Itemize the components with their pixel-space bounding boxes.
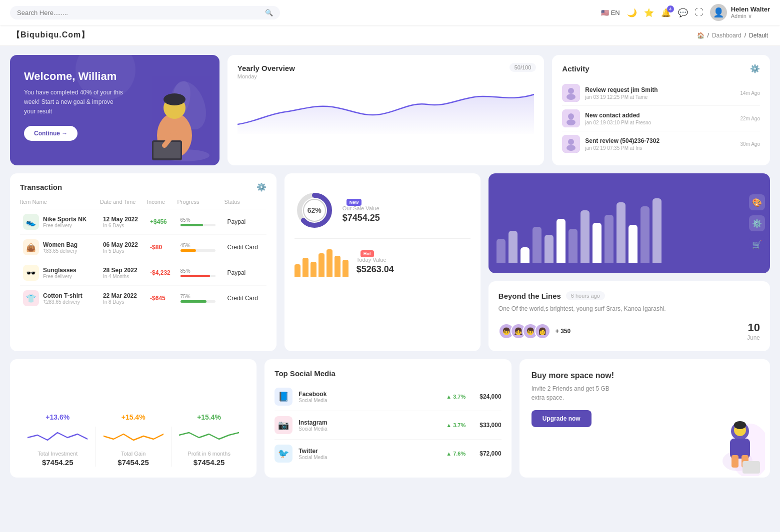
progress-label: 75% xyxy=(180,294,222,299)
bar-rect xyxy=(628,225,638,263)
activity-item-sub: jan 02 19 07:35 PM at Iris xyxy=(585,145,660,151)
item-sub: Free delivery xyxy=(43,223,86,228)
stat-value: $7454.25 xyxy=(96,458,170,467)
social-name: Twitter xyxy=(298,448,327,455)
bar-rect xyxy=(580,210,590,263)
item-name: Cotton T-shirt xyxy=(43,292,82,299)
social-revenue: $33,000 xyxy=(480,422,501,429)
progress-bar xyxy=(180,275,216,277)
svg-point-16 xyxy=(568,139,574,145)
social-media-card: Top Social Media 📘 Facebook Social Media… xyxy=(264,359,511,478)
transaction-card: Transaction ⚙️ Item NameDate and TimeInc… xyxy=(10,173,276,351)
item-date: 12 May 2022 xyxy=(103,216,144,223)
theme-toggle-icon[interactable]: 🌙 xyxy=(627,8,637,17)
item-days: In 4 Months xyxy=(103,274,144,279)
yearly-chart xyxy=(238,84,534,134)
brand-title: 【Biqubiqu.Com】 xyxy=(12,30,90,40)
social-revenue: $72,000 xyxy=(480,450,501,457)
social-revenue: $24,000 xyxy=(480,393,501,400)
activity-settings-button[interactable]: ⚙️ xyxy=(750,64,760,73)
svg-rect-29 xyxy=(742,461,760,474)
activity-item-sub: jan 02 19 03:10 PM at Fresno xyxy=(585,120,651,125)
social-name: Facebook xyxy=(298,391,327,398)
breadcrumb-current: Default xyxy=(749,32,768,39)
stat-label: Total Investment xyxy=(20,451,95,457)
palette-icon[interactable]: 🎨 xyxy=(749,194,765,210)
transaction-settings-button[interactable]: ⚙️ xyxy=(256,182,266,192)
item-date: 06 May 2022 xyxy=(103,241,144,248)
yearly-title: Yearly Overview xyxy=(238,64,534,72)
buy-space-title: Buy more space now! xyxy=(532,371,758,380)
bar-rect xyxy=(604,215,614,264)
progress-bar xyxy=(180,224,216,226)
mini-bar-item xyxy=(334,256,340,277)
star-icon[interactable]: ⭐ xyxy=(644,8,654,17)
social-growth: ▲ 3.7% xyxy=(446,394,466,400)
bar-item xyxy=(592,223,602,263)
transaction-table: Item NameDate and TimeIncomeProgressStat… xyxy=(20,199,266,311)
table-row: 👜 Women Bag ₹83.65 delivery 06 May 2022 … xyxy=(20,235,266,260)
item-cell: 🕶️ Sunglasses Free delivery xyxy=(23,265,97,281)
activity-item-time: 22m Ago xyxy=(740,116,760,121)
social-icon: 🐦 xyxy=(274,445,292,463)
activity-item-time: 30m Ago xyxy=(740,141,760,147)
stat-line-chart xyxy=(179,425,239,445)
bar-item xyxy=(616,202,626,263)
item-income: -$4,232 xyxy=(147,260,177,286)
activity-item: New contact added jan 02 19 03:10 PM at … xyxy=(562,106,760,131)
donut-chart: 62% xyxy=(294,190,334,230)
search-input[interactable] xyxy=(17,9,261,16)
yearly-overview-card: Yearly Overview Monday 50/100 xyxy=(228,55,544,165)
welcome-illustration xyxy=(110,75,210,165)
search-bar[interactable]: 🔍 xyxy=(10,6,280,19)
home-icon[interactable]: 🏠 xyxy=(697,32,704,39)
activity-header: Activity ⚙️ xyxy=(562,64,760,73)
language-selector[interactable]: 🇺🇸 EN xyxy=(601,9,620,16)
fullscreen-icon[interactable]: ⛶ xyxy=(695,8,703,17)
continue-button[interactable]: Continue → xyxy=(24,126,78,141)
mini-bar-item xyxy=(302,258,308,277)
item-date: 28 Sep 2022 xyxy=(103,267,144,274)
yearly-subtitle: Monday xyxy=(238,73,534,79)
beyond-time: 6 hours ago xyxy=(566,291,605,300)
bar-rect xyxy=(640,206,650,263)
svg-point-11 xyxy=(566,94,576,100)
avatar: 👤 xyxy=(710,4,727,21)
welcome-card: Welcome, William You have completed 40% … xyxy=(10,55,220,165)
chat-icon[interactable]: 💬 xyxy=(678,8,688,17)
stat-item: +15.4% Total Gain $7454.25 xyxy=(96,413,170,467)
item-income: +$456 xyxy=(147,209,177,235)
bar-rect xyxy=(532,227,542,263)
tx-column-header: Status xyxy=(224,199,266,209)
cart-icon[interactable]: 🛒 xyxy=(749,236,765,252)
item-name: Sunglasses xyxy=(43,267,76,274)
progress-label: 85% xyxy=(180,268,222,274)
tx-column-header: Date and Time xyxy=(100,199,147,209)
bar-item xyxy=(568,229,578,263)
bar-item xyxy=(628,225,638,263)
transaction-header: Transaction ⚙️ xyxy=(20,182,266,192)
progress-label: 65% xyxy=(180,217,222,223)
item-days: In 5 Days xyxy=(103,248,144,254)
bar-rect xyxy=(652,198,662,263)
item-cell: 👟 Nike Sports NK Free delivery xyxy=(23,214,97,230)
tx-column-header: Item Name xyxy=(20,199,100,209)
upgrade-button[interactable]: Upgrade now xyxy=(532,410,592,427)
item-income: -$645 xyxy=(147,286,177,311)
donut-label: 62% xyxy=(308,206,322,214)
social-name: Instagram xyxy=(298,419,327,426)
user-name: Helen Walter xyxy=(731,5,770,13)
breadcrumb-dashboard[interactable]: Dashboard xyxy=(712,32,742,39)
settings-icon[interactable]: ⚙️ xyxy=(749,215,765,231)
bar-rect xyxy=(616,202,626,263)
activity-list: Review request jim Smith jan 03 19 12:25… xyxy=(562,80,760,156)
item-sub: ₹283.65 delivery xyxy=(43,299,82,305)
social-icon: 📘 xyxy=(274,388,292,406)
notification-icon[interactable]: 🔔 4 xyxy=(661,8,671,17)
bar-rect xyxy=(520,247,530,264)
stat-value: $7454.25 xyxy=(172,458,246,467)
yearly-badge: 50/100 xyxy=(510,63,536,72)
progress-fill xyxy=(180,224,204,226)
user-profile[interactable]: 👤 Helen Walter Admin ∨ xyxy=(710,4,770,21)
stat-label: Profit in 6 months xyxy=(172,451,246,457)
